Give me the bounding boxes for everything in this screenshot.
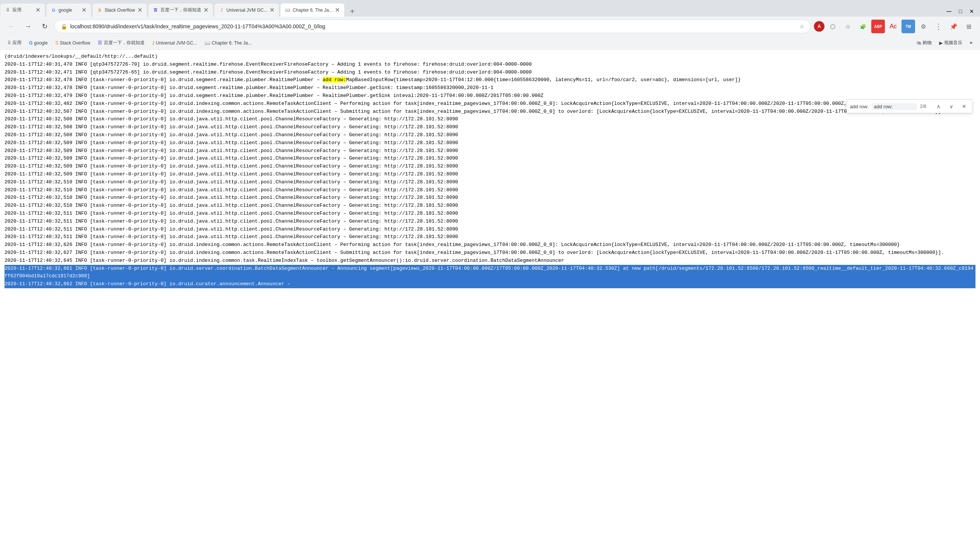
bookmark-favicon-video: ▶ [939,40,943,46]
log-line: 2020-11-17T12:40:32,627 INFO [task-runne… [5,249,975,257]
find-bar-input[interactable] [872,103,917,110]
more-button[interactable]: ⋮ [932,20,945,33]
log-content: (druid/indexers/lookups/__default/http:/… [0,50,980,291]
tab-favicon-google: G [51,8,56,13]
tab-baidu[interactable]: 百 百度一下，你就知道 ✕ [148,3,213,17]
tab-close-apps[interactable]: ✕ [35,7,40,13]
tab-title-apps: 应用 [13,7,33,13]
tab-title-google: google [59,8,79,13]
log-line: 2020-11-17T12:40:31,470 INFO [qtp3475727… [5,61,975,69]
cast-button[interactable]: ⬡ [826,20,840,33]
tab-favicon-chapter: 📖 [285,8,290,13]
log-line: 2020-11-17T12:40:32,509 INFO [task-runne… [5,171,975,178]
tab-close-google[interactable]: ✕ [81,7,86,13]
tab-title-stackoverflow: Stack Overflow [105,8,135,13]
log-line: 2020-11-17T12:40:32,509 INFO [task-runne… [5,139,975,147]
tab-close-jvm[interactable]: ✕ [269,7,274,13]
log-line: (druid/indexers/lookups/__default/http:/… [5,53,975,61]
tab-title-baidu: 百度一下，你就知道 [161,7,201,13]
profile-button[interactable]: A [814,21,824,32]
settings-button[interactable]: ⚙ [916,20,930,33]
log-line: 2020-11-17T12:40:32,478 INFO [task-runne… [5,84,975,92]
find-close-button[interactable]: ✕ [959,102,969,111]
browser-window: ⠿ 应用 ✕ G google ✕ S Stack Overflow ✕ 百 百… [0,0,980,291]
pin-button[interactable]: 📌 [947,20,960,33]
bookmark-stackoverflow[interactable]: S Stack Overflow [52,39,93,47]
bookmark-icon[interactable]: ☆ [800,24,805,29]
bookmark-favicon-shopping: 🛍 [916,40,921,46]
log-line: 2020-11-17T12:40:32,507 INFO [task-runne… [5,108,975,116]
log-line: 2020-11-17T12:40:32,511 INFO [task-runne… [5,233,975,241]
bookmark-label-chapter: Chapter 6. The Ja... [212,40,252,46]
log-line: 2020-11-17T12:40:32,662 INFO [task-runne… [5,280,975,288]
tab-close-stackoverflow[interactable]: ✕ [137,7,142,13]
bookmark-label-video: 视频音乐 [944,40,962,46]
log-line: 2020-11-17T12:40:32,479 INFO [task-runne… [5,92,975,100]
log-line: 2020-11-17T12:40:32,509 INFO [task-runne… [5,155,975,163]
log-line: 2020-11-17T12:40:32,645 INFO [task-runne… [5,257,975,265]
bookmark-favicon-stackoverflow: S [55,40,58,46]
tab-favicon-jvm: J [219,8,224,13]
star-button[interactable]: ☆ [841,20,855,33]
bookmark-shopping[interactable]: 🛍 购物 [913,38,935,48]
bookmark-favicon-google: G [29,40,32,46]
adobe-button[interactable]: Ac [886,20,900,33]
forward-button[interactable] [21,20,35,33]
log-line: 2020-11-17T12:40:32,661 INFO [task-runne… [5,265,975,281]
find-next-button[interactable]: ∨ [947,102,956,111]
find-bar-label: add row: [850,104,869,110]
tab-stackoverflow[interactable]: S Stack Overflow ✕ [92,3,147,17]
close-window-button[interactable]: ✕ [966,6,977,17]
bookmark-google[interactable]: G google [26,39,51,47]
tab-chapter[interactable]: 📖 Chapter 6. The Ja... ✕ [280,3,345,17]
back-button[interactable] [5,20,18,33]
close-icon: ✕ [962,103,966,110]
tab-apps[interactable]: ⠿ 应用 ✕ [0,3,45,17]
bookmark-chapter[interactable]: 📖 Chapter 6. The Ja... [202,39,255,47]
tab-bar-extensions: ─ □ ✕ [944,6,977,17]
log-line: 2020-11-17T12:40:32,511 INFO [task-runne… [5,210,975,218]
bookmarks-overflow[interactable]: » [967,38,975,48]
toolbar-actions: A ⬡ ☆ 🧩 ABP Ac TM ⚙ ⋮ 📌 ⊞ [814,20,975,33]
bookmark-apps[interactable]: ⠿ 应用 [5,38,24,48]
minimize-button[interactable]: ─ [944,6,955,17]
tab-close-baidu[interactable]: ✕ [204,7,208,13]
bookmark-favicon-baidu: 百 [98,40,102,46]
back-icon [8,23,15,30]
log-line: 2020-11-17T12:40:32,509 INFO [task-runne… [5,163,975,171]
tab-jvm[interactable]: J Universal JVM GC... ✕ [214,3,280,17]
bookmark-baidu[interactable]: 百 百度一下，你就知道 [95,38,148,48]
tampermonkey-button[interactable]: TM [902,20,915,33]
bookmark-label-shopping: 购物 [923,40,932,46]
log-line: 2020-11-17T12:40:32,478 INFO [task-runne… [5,76,975,84]
log-line: 2020-11-17T12:40:32,508 INFO [task-runne… [5,116,975,123]
address-bar[interactable]: 🔒 localhost:8090/druid/indexer/v1/task/i… [54,20,811,33]
tab-title-chapter: Chapter 6. The Ja... [293,8,332,13]
window-menu-button[interactable]: ⊞ [962,20,975,33]
tab-favicon-baidu: 百 [153,8,158,13]
forward-icon [24,23,31,30]
toolbar: 🔒 localhost:8090/druid/indexer/v1/task/i… [0,17,980,36]
new-tab-button[interactable]: + [347,6,358,17]
tab-google[interactable]: G google ✕ [46,3,91,17]
extensions-button[interactable]: 🧩 [856,20,870,33]
log-line: 2020-11-17T12:40:32,510 INFO [task-runne… [5,178,975,186]
bookmark-video[interactable]: ▶ 视频音乐 [936,38,965,48]
reload-button[interactable] [38,20,51,33]
bookmarks-bar: ⠿ 应用 G google S Stack Overflow 百 百度一下，你就… [0,36,980,50]
tab-close-chapter[interactable]: ✕ [335,7,340,13]
bookmark-label-baidu: 百度一下，你就知道 [104,40,145,46]
bookmark-label-jvm: Universal JVM GC... [156,40,197,46]
adblock-button[interactable]: ABP [871,20,885,33]
chevron-down-icon: ∨ [950,103,953,110]
bookmark-label-google: google [34,40,48,46]
log-line: 2020-11-17T12:40:32,511 INFO [task-runne… [5,218,975,225]
find-prev-button[interactable]: ∧ [934,102,943,111]
bookmark-jvm[interactable]: J Universal JVM GC... [149,39,200,47]
tab-favicon-apps: ⠿ [5,8,10,13]
tab-favicon-stackoverflow: S [97,8,102,13]
log-line: 2020-11-17T12:40:32,482 INFO [task-runne… [5,100,975,108]
maximize-button[interactable]: □ [955,6,966,17]
address-text: localhost:8090/druid/indexer/v1/task/ind… [70,24,797,29]
tab-title-jvm: Universal JVM GC... [226,8,268,13]
